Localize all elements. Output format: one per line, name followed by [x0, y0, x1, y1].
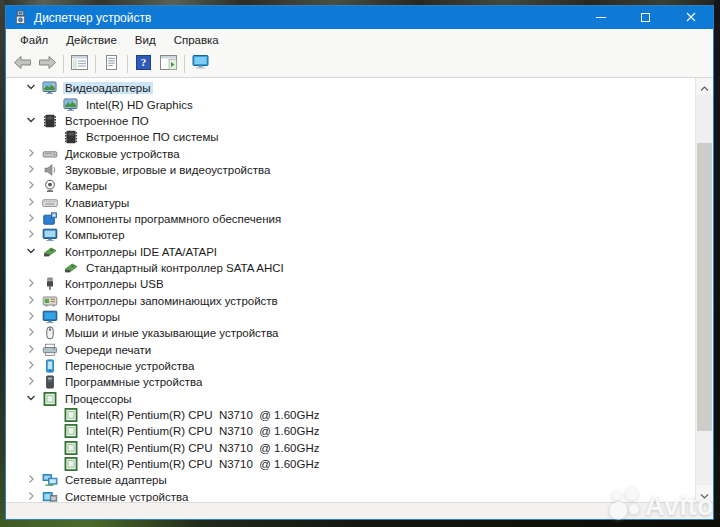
chevron-right-icon: [26, 213, 36, 225]
back-button[interactable]: [10, 53, 35, 75]
tree-expander[interactable]: [24, 277, 38, 291]
tree-expander[interactable]: [24, 375, 38, 389]
tree-item-label: Intel(R) HD Graphics: [84, 99, 195, 111]
tree-item[interactable]: Intel(R) Pentium(R) CPU N3710 @ 1.60GHz: [6, 407, 695, 423]
camera-icon: [42, 179, 58, 193]
scroll-up-button[interactable]: [696, 78, 713, 95]
chevron-right-icon: [26, 295, 36, 307]
tree-expander[interactable]: [24, 147, 38, 161]
chevron-right-icon: [26, 491, 36, 502]
console-tree-button[interactable]: [67, 53, 92, 75]
back-icon: [13, 55, 32, 74]
tree-item[interactable]: Компьютер: [6, 227, 695, 243]
tree-expander[interactable]: [24, 163, 38, 177]
tree-expander[interactable]: [24, 212, 38, 226]
tree-item[interactable]: Контроллеры USB: [6, 276, 695, 292]
menu-item-file[interactable]: Файл: [11, 31, 57, 49]
action-pane-button[interactable]: [156, 53, 181, 75]
tree-item-label: Intel(R) Pentium(R) CPU N3710 @ 1.60GHz: [84, 442, 321, 454]
forward-button[interactable]: [35, 53, 60, 75]
toolbar-separator: [63, 55, 64, 73]
tree-item[interactable]: Intel(R) Pentium(R) CPU N3710 @ 1.60GHz: [6, 423, 695, 439]
storage-controller-icon: [42, 294, 58, 308]
processor-icon: [63, 424, 79, 438]
screenshot-photo: Диспетчер устройств ФайлДействиеВидСправ…: [0, 0, 720, 527]
tree-expander[interactable]: [24, 310, 38, 324]
tree-expander[interactable]: [24, 245, 38, 259]
photo-edge-right: [714, 0, 720, 527]
forward-icon: [38, 55, 57, 74]
tree-item-label: Контроллеры запоминающих устройств: [63, 295, 280, 307]
chevron-right-icon: [26, 360, 36, 372]
chevron-right-icon: [26, 180, 36, 192]
tree-expander[interactable]: [24, 490, 38, 502]
tree-item[interactable]: Системные устройства: [6, 489, 695, 502]
tree-expander[interactable]: [24, 326, 38, 340]
help-button[interactable]: ?: [131, 53, 156, 75]
tree-item[interactable]: Intel(R) Pentium(R) CPU N3710 @ 1.60GHz: [6, 440, 695, 456]
console-tree-icon: [71, 55, 88, 74]
menu-item-view[interactable]: Вид: [126, 31, 165, 49]
tree-item-label: Видеоадаптеры: [63, 82, 153, 94]
tree-expander[interactable]: [24, 294, 38, 308]
tree-item[interactable]: Переносные устройства: [6, 358, 695, 374]
tree-item[interactable]: Камеры: [6, 178, 695, 194]
tree-expander[interactable]: [24, 114, 38, 128]
tree-item[interactable]: Сетевые адаптеры: [6, 472, 695, 488]
tree-item[interactable]: Клавиатуры: [6, 194, 695, 210]
tree-item[interactable]: Контроллеры запоминающих устройств: [6, 292, 695, 308]
tree-item[interactable]: Мониторы: [6, 309, 695, 325]
tree-item[interactable]: Звуковые, игровые и видеоустройства: [6, 162, 695, 178]
tree-item[interactable]: Стандартный контроллер SATA AHCI: [6, 260, 695, 276]
tree-item[interactable]: Видеоадаптеры: [6, 80, 695, 96]
tree-expander[interactable]: [24, 473, 38, 487]
tree-expander[interactable]: [24, 343, 38, 357]
scan-hardware-button[interactable]: [188, 53, 213, 75]
tree-item-label: Камеры: [63, 180, 109, 192]
scrollbar-thumb[interactable]: [697, 143, 712, 431]
scroll-down-button[interactable]: [696, 485, 713, 502]
tree-expander[interactable]: [24, 196, 38, 210]
tree-expander[interactable]: [24, 228, 38, 242]
tree-expander[interactable]: [24, 81, 38, 95]
tree-item-label: Intel(R) Pentium(R) CPU N3710 @ 1.60GHz: [84, 425, 321, 437]
toolbar-separator: [184, 55, 185, 73]
maximize-button[interactable]: [623, 6, 668, 29]
tree-expander[interactable]: [24, 359, 38, 373]
tree-item[interactable]: Программные устройства: [6, 374, 695, 390]
chevron-down-icon: [26, 82, 36, 94]
tree-item[interactable]: Процессоры: [6, 391, 695, 407]
tree-item[interactable]: Контроллеры IDE ATA/ATAPI: [6, 243, 695, 259]
menu-item-help[interactable]: Справка: [165, 31, 228, 49]
tree-item[interactable]: Очереди печати: [6, 342, 695, 358]
tree-item[interactable]: Встроенное ПО: [6, 113, 695, 129]
properties-button[interactable]: [99, 53, 124, 75]
minimize-button[interactable]: [578, 6, 623, 29]
tree-item-label: Intel(R) Pentium(R) CPU N3710 @ 1.60GHz: [84, 458, 321, 470]
tree-item[interactable]: Компоненты программного обеспечения: [6, 211, 695, 227]
photo-edge-bottom: [0, 519, 720, 527]
tree-item-label: Контроллеры USB: [63, 278, 166, 290]
tree-item[interactable]: Intel(R) Pentium(R) CPU N3710 @ 1.60GHz: [6, 456, 695, 472]
tree-expander[interactable]: [24, 179, 38, 193]
tree-item-label: Дисковые устройства: [63, 148, 182, 160]
chevron-right-icon: [26, 474, 36, 486]
action-pane-icon: [160, 55, 177, 74]
tree-item[interactable]: Мыши и иные указывающие устройства: [6, 325, 695, 341]
ide-controller-icon: [63, 261, 79, 275]
tree-item[interactable]: Дисковые устройства: [6, 145, 695, 161]
device-tree: ВидеоадаптерыIntel(R) HD GraphicsВстроен…: [6, 78, 695, 502]
chevron-down-icon: [26, 393, 36, 405]
audio-icon: [42, 163, 58, 177]
tree-expander[interactable]: [24, 392, 38, 406]
tree-item-label: Процессоры: [63, 393, 134, 405]
tree-item[interactable]: Intel(R) HD Graphics: [6, 96, 695, 112]
network-adapter-icon: [42, 473, 58, 487]
close-button[interactable]: [668, 6, 713, 29]
menu-item-action[interactable]: Действие: [57, 31, 126, 49]
vertical-scrollbar[interactable]: [695, 78, 713, 502]
tree-item-label: Очереди печати: [63, 344, 153, 356]
tree-item[interactable]: Встроенное ПО системы: [6, 129, 695, 145]
display-adapter-icon: [63, 98, 79, 112]
chevron-right-icon: [26, 311, 36, 323]
